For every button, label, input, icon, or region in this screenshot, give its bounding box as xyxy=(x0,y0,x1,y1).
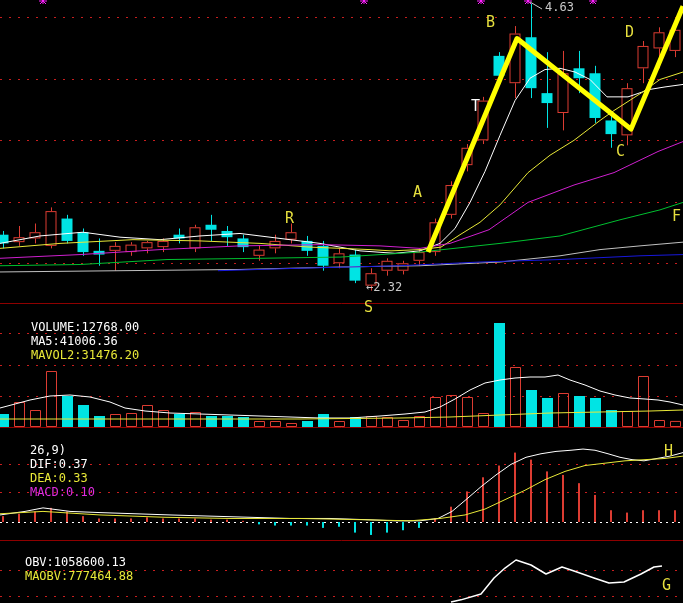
chart-screen: VOLUME:12768.00 MA5:41006.36 MAVOL2:3147… xyxy=(0,0,683,603)
volume-label-row: VOLUME:12768.00 MA5:41006.36 MAVOL2:3147… xyxy=(2,306,148,376)
chart-letter-A: A xyxy=(413,185,422,200)
obv-label-row: OBV:1058600.13 MAOBV:777464.88 xyxy=(0,541,142,597)
chart-letter-T: T xyxy=(471,99,480,114)
chart-letter-B: B xyxy=(486,15,495,30)
macd-value-label: MACD:0.10 xyxy=(30,485,95,499)
chart-letter-G: G xyxy=(662,578,671,593)
volume-ma5-label: MA5:41006.36 xyxy=(31,334,118,348)
volume-mavol2-label: MAVOL2:31476.20 xyxy=(31,348,139,362)
chart-letter-D: D xyxy=(625,25,634,40)
chart-letter-F: F xyxy=(672,209,681,224)
low-price-tag: ←2.32 xyxy=(366,281,402,293)
volume-value-label: VOLUME:12768.00 xyxy=(31,320,139,334)
obv-maobv-label: MAOBV:777464.88 xyxy=(25,569,133,583)
chart-letter-H: H xyxy=(664,444,673,459)
macd-params-label: 26,9) xyxy=(30,443,66,457)
obv-value-label: OBV:1058600.13 xyxy=(25,555,126,569)
chart-letter-S: S xyxy=(364,300,373,315)
macd-dea-label: DEA:0.33 xyxy=(30,471,88,485)
high-price-tag: 4.63 xyxy=(545,1,574,13)
chart-letter-C: C xyxy=(616,144,625,159)
chart-letter-R: R xyxy=(285,211,294,226)
macd-dif-label: DIF:0.37 xyxy=(30,457,88,471)
macd-label-row: 26,9) DIF:0.37 DEA:0.33 MACD:0.10 xyxy=(1,429,104,513)
